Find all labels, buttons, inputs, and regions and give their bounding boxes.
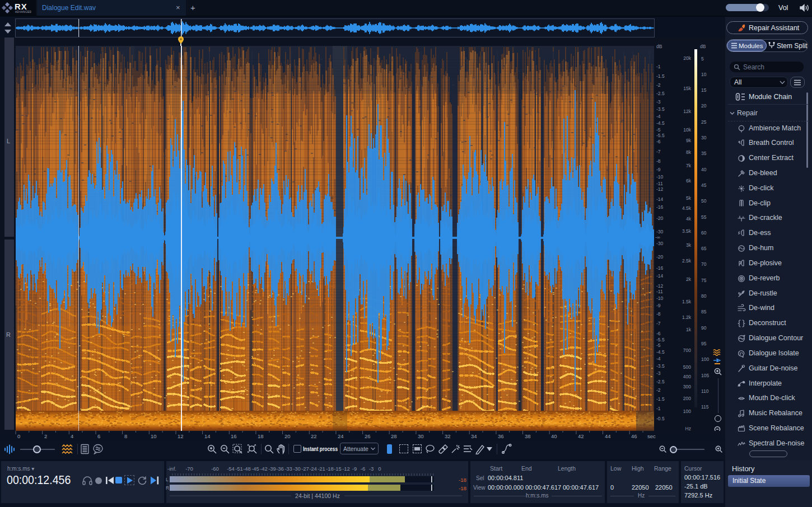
- svg-text:14: 14: [204, 433, 211, 439]
- svg-text:-48: -48: [243, 466, 251, 472]
- svg-text:20: 20: [284, 433, 291, 439]
- svg-text:-6: -6: [361, 466, 365, 472]
- svg-text:-70: -70: [185, 466, 193, 472]
- svg-text:-60: -60: [211, 466, 219, 472]
- svg-text:42: 42: [578, 433, 584, 439]
- svg-text:6: 6: [97, 433, 100, 439]
- svg-text:26: 26: [365, 433, 371, 439]
- svg-text:-15: -15: [334, 466, 342, 472]
- svg-text:0: 0: [17, 433, 20, 439]
- svg-text:-27: -27: [301, 466, 309, 472]
- svg-text:4: 4: [71, 433, 73, 439]
- svg-text:38: 38: [525, 433, 531, 439]
- svg-text:-9: -9: [352, 466, 357, 472]
- svg-text:10: 10: [151, 433, 157, 439]
- svg-text:16: 16: [231, 433, 237, 439]
- svg-text:2: 2: [44, 433, 47, 439]
- svg-text:12: 12: [178, 433, 184, 439]
- svg-text:-30: -30: [293, 466, 301, 472]
- svg-text:-inf.: -inf.: [167, 466, 176, 472]
- svg-text:24-bit | 44100 Hz: 24-bit | 44100 Hz: [295, 492, 340, 499]
- svg-text:34: 34: [471, 433, 477, 439]
- svg-text:-54: -54: [227, 466, 235, 472]
- svg-text:30: 30: [418, 433, 424, 439]
- svg-text:36: 36: [498, 433, 504, 439]
- svg-text:8: 8: [124, 433, 127, 439]
- svg-text:-24: -24: [309, 466, 317, 472]
- svg-text:L: L: [166, 477, 169, 482]
- svg-text:0: 0: [378, 466, 381, 472]
- svg-text:-12: -12: [342, 466, 350, 472]
- svg-text:32: 32: [445, 433, 451, 439]
- svg-text:-18: -18: [326, 466, 334, 472]
- svg-text:sec: sec: [647, 433, 656, 439]
- svg-text:-36: -36: [276, 466, 284, 472]
- svg-text:-18: -18: [459, 477, 466, 483]
- svg-text:-3: -3: [369, 466, 374, 472]
- svg-text:46: 46: [631, 433, 637, 439]
- svg-text:-39: -39: [268, 466, 276, 472]
- svg-text:-33: -33: [284, 466, 292, 472]
- svg-text:-21: -21: [318, 466, 325, 472]
- svg-text:-45: -45: [251, 466, 259, 472]
- svg-text:40: 40: [551, 433, 557, 439]
- svg-text:44: 44: [605, 433, 611, 439]
- svg-text:R: R: [166, 485, 169, 491]
- svg-text:-42: -42: [260, 466, 268, 472]
- svg-text:-18: -18: [459, 485, 466, 491]
- svg-text:24: 24: [338, 433, 344, 439]
- svg-text:28: 28: [391, 433, 397, 439]
- svg-text:-51: -51: [235, 466, 243, 472]
- svg-text:22: 22: [311, 433, 317, 439]
- svg-text:18: 18: [258, 433, 264, 439]
